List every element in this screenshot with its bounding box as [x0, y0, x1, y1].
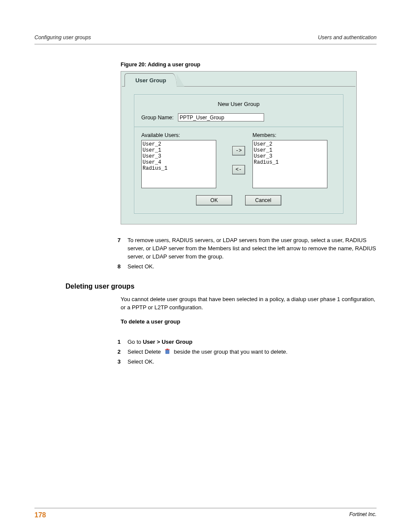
step-text: To remove users, RADIUS servers, or LDAP…	[128, 236, 377, 261]
step-number: 7	[101, 236, 128, 261]
list-item[interactable]: User_3	[254, 153, 326, 159]
step-number: 2	[101, 348, 128, 356]
group-name-input[interactable]	[178, 113, 264, 121]
tab-user-group[interactable]: User Group	[125, 73, 177, 87]
header-right: Users and authentication	[318, 34, 377, 40]
available-users-label: Available Users:	[141, 132, 225, 138]
list-item[interactable]: User_4	[143, 159, 215, 165]
footer-rule	[34, 508, 377, 508]
ok-button[interactable]: OK	[196, 195, 232, 205]
step-number: 1	[101, 338, 128, 346]
move-left-button[interactable]: <-	[232, 165, 245, 174]
figure-caption: Figure 20: Adding a user group	[121, 62, 377, 68]
header-rule	[34, 44, 377, 44]
list-item[interactable]: Radius_1	[143, 165, 215, 171]
step-number: 3	[101, 358, 128, 366]
dialog-title: New User Group	[141, 101, 336, 107]
footer-company: Fortinet Inc.	[349, 511, 377, 519]
header-left: Configuring user groups	[34, 34, 91, 40]
step-text: Select OK.	[128, 263, 377, 271]
cancel-button[interactable]: Cancel	[245, 195, 281, 205]
trash-icon	[164, 348, 171, 355]
section-heading-deleting-user-groups: Deleting user groups	[65, 283, 377, 290]
members-label: Members:	[252, 132, 336, 138]
list-item[interactable]: User_1	[143, 147, 215, 153]
move-right-button[interactable]: ->	[232, 146, 245, 156]
list-item[interactable]: User_1	[254, 147, 326, 153]
list-item[interactable]: User_3	[143, 153, 215, 159]
svg-rect-3	[168, 350, 168, 353]
step-text: Select OK.	[128, 358, 377, 366]
subheading-to-delete: To delete a user group	[121, 318, 377, 326]
svg-rect-5	[166, 348, 168, 349]
list-item[interactable]: Radius_1	[254, 159, 326, 165]
group-name-label: Group Name:	[141, 115, 174, 121]
page-number: 178	[34, 511, 46, 519]
members-list[interactable]: User_2User_1User_3Radius_1	[252, 140, 327, 188]
screenshot-dialog: User Group New User Group Group Name: Av…	[121, 71, 357, 224]
svg-rect-1	[166, 350, 166, 353]
svg-rect-2	[167, 350, 168, 353]
section-paragraph: You cannot delete user groups that have …	[121, 296, 377, 312]
list-item[interactable]: User_2	[254, 141, 326, 147]
available-users-list[interactable]: User_2User_1User_3User_4Radius_1	[141, 140, 216, 188]
step-text: Select Delete beside the user group that…	[128, 348, 377, 356]
list-item[interactable]: User_2	[143, 141, 215, 147]
svg-rect-4	[165, 349, 170, 350]
step-text: Go to User > User Group	[128, 338, 377, 346]
step-number: 8	[101, 263, 128, 271]
